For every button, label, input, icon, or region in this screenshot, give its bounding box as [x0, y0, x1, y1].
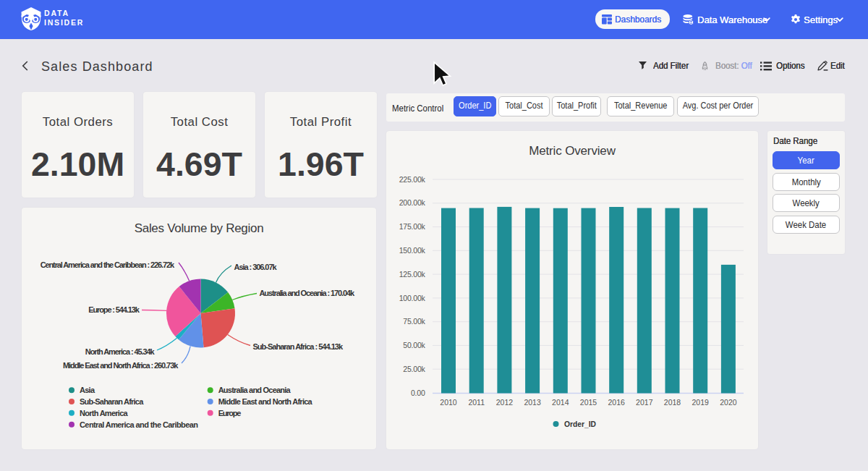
svg-text:0.00: 0.00: [411, 389, 425, 397]
svg-text:Sub-Saharan Africa: Sub-Saharan Africa: [80, 397, 144, 406]
svg-text:Asia : 306.07k: Asia : 306.07k: [234, 263, 278, 271]
svg-text:2014: 2014: [552, 398, 569, 407]
svg-text:150.00k: 150.00k: [399, 246, 426, 255]
svg-text:175.00k: 175.00k: [399, 222, 426, 231]
svg-text:225.00k: 225.00k: [399, 175, 426, 184]
svg-text:Asia: Asia: [80, 386, 95, 394]
svg-text:Middle East and North Africa :: Middle East and North Africa : 260.73k: [63, 361, 179, 370]
svg-text:Australia and Oceania: Australia and Oceania: [218, 386, 292, 394]
svg-text:North America : 45.34k: North America : 45.34k: [85, 347, 156, 356]
svg-text:2019: 2019: [692, 398, 710, 407]
svg-text:2010: 2010: [440, 398, 457, 407]
svg-text:2015: 2015: [580, 398, 597, 407]
svg-text:Middle East and North Africa: Middle East and North Africa: [218, 397, 313, 406]
svg-text:25.00k: 25.00k: [403, 365, 425, 373]
svg-text:200.00k: 200.00k: [399, 198, 426, 207]
svg-text:Order_ID: Order_ID: [564, 420, 596, 428]
svg-text:2018: 2018: [664, 398, 681, 407]
svg-text:Central America and the Caribb: Central America and the Caribbean: [80, 420, 198, 429]
svg-text:Europe: Europe: [218, 409, 242, 417]
svg-text:Sub-Saharan Africa : 544.13k: Sub-Saharan Africa : 544.13k: [252, 342, 344, 351]
svg-text:125.00k: 125.00k: [399, 270, 426, 279]
svg-text:100.00k: 100.00k: [399, 294, 426, 302]
svg-text:Australia and Oceania : 170.04: Australia and Oceania : 170.04k: [260, 289, 355, 297]
svg-text:Europe : 544.13k: Europe : 544.13k: [88, 305, 140, 314]
svg-text:North America: North America: [80, 409, 129, 417]
svg-text:50.00k: 50.00k: [403, 341, 425, 349]
svg-text:2012: 2012: [496, 398, 514, 407]
svg-text:2017: 2017: [636, 398, 653, 407]
svg-text:2020: 2020: [720, 398, 737, 407]
svg-text:2011: 2011: [468, 398, 485, 407]
svg-text:Central America and the Caribb: Central America and the Caribbean : 226.…: [41, 260, 175, 269]
svg-text:2013: 2013: [524, 398, 541, 407]
svg-text:2016: 2016: [608, 398, 626, 407]
svg-text:75.00k: 75.00k: [403, 317, 425, 326]
